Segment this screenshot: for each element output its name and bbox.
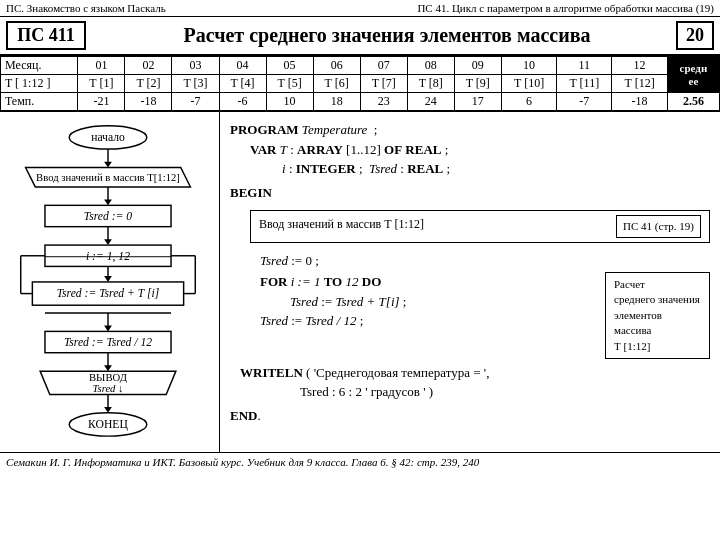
table-t11: T [11]: [557, 75, 612, 93]
table-val-7: 23: [360, 93, 407, 111]
svg-marker-36: [104, 407, 112, 413]
program-name: Temperature: [302, 120, 367, 140]
svg-marker-11: [104, 239, 112, 245]
comment3: элементов массива: [614, 309, 662, 336]
svg-text:начало: начало: [91, 131, 125, 144]
table-val-4: -6: [219, 93, 266, 111]
comment2: среднего значения: [614, 293, 700, 305]
table-val-9: 17: [454, 93, 501, 111]
t-var: T: [280, 140, 287, 160]
code-line-vars2: i : INTEGER ; Tsred : REAL ;: [230, 159, 710, 179]
table-t5: T [5]: [266, 75, 313, 93]
array-keyword: ARRAY: [297, 140, 343, 160]
var-keyword: VAR: [250, 140, 277, 160]
code-line-writeln2: Tsred : 6 : 2 ' градусов ' ): [230, 382, 710, 402]
table-val-3: -7: [172, 93, 219, 111]
svg-text:Tsred := 0: Tsred := 0: [84, 210, 133, 223]
code-line-program: PROGRAM Temperature ;: [230, 120, 710, 140]
do-keyword: DO: [362, 272, 382, 292]
right-panel: PROGRAM Temperature ; VAR T : ARRAY [1..…: [220, 112, 720, 452]
table-val-1: -21: [78, 93, 125, 111]
top-bar-left: ПС. Знакомство с языком Паскаль: [6, 2, 166, 14]
svg-text:Tsred ↓: Tsred ↓: [93, 383, 124, 394]
table-col-04: 04: [219, 57, 266, 75]
writeln-arg2: Tsred : 6 : 2 ' градусов ' ): [300, 382, 433, 402]
ps-ref: ПС 41 (стр. 19): [616, 215, 701, 238]
svg-marker-31: [104, 365, 112, 371]
page-title: Расчет среднего значения элементов масси…: [98, 24, 676, 47]
top-bar: ПС. Знакомство с языком Паскаль ПС 41. Ц…: [0, 0, 720, 17]
main-content: начало Ввод значений в массив T[1:12] Ts…: [0, 111, 720, 452]
table-array-label: T [ 1:12 ]: [1, 75, 78, 93]
footer: Семакин И. Г. Информатика и ИКТ. Базовый…: [0, 452, 720, 471]
table-val-8: 24: [407, 93, 454, 111]
begin-keyword: BEGIN: [230, 183, 272, 203]
table-t3: T [3]: [172, 75, 219, 93]
table-col-11: 11: [557, 57, 612, 75]
tsred-init: Tsred: [260, 251, 288, 271]
of-keyword: OF: [384, 140, 402, 160]
divide-expr: Tsred / 12: [305, 311, 356, 331]
table-t9: T [9]: [454, 75, 501, 93]
svg-marker-3: [104, 162, 112, 168]
code-line-end: END .: [230, 406, 710, 426]
table-month-header: Месяц.: [1, 57, 78, 75]
svg-marker-7: [104, 200, 112, 206]
table-avg-header: среднее: [667, 57, 719, 93]
table-col-08: 08: [407, 57, 454, 75]
code-line-var: VAR T : ARRAY [1..12] OF REAL ;: [230, 140, 710, 160]
table-col-10: 10: [501, 57, 557, 75]
code-block: PROGRAM Temperature ; VAR T : ARRAY [1..…: [230, 120, 710, 425]
table-t8: T [8]: [407, 75, 454, 93]
svg-text:Tsred := Tsred / 12: Tsred := Tsred / 12: [64, 336, 152, 349]
i-var: i: [282, 159, 286, 179]
svg-text:i := 1, 12: i := 1, 12: [86, 250, 130, 263]
top-bar-right: ПС 41. Цикл с параметром в алгоритме обр…: [417, 2, 714, 14]
for-keyword: FOR: [260, 272, 287, 292]
svg-text:Tsred := Tsred + T [i]: Tsred := Tsred + T [i]: [57, 287, 160, 300]
table-avg-val: 2.56: [667, 93, 719, 111]
writeln-arg1: ( 'Среднегодовая температура = ',: [306, 363, 489, 383]
table-col-09: 09: [454, 57, 501, 75]
divide-tsred: Tsred: [260, 311, 288, 331]
table-val-5: 10: [266, 93, 313, 111]
table-col-02: 02: [125, 57, 172, 75]
table-t7: T [7]: [360, 75, 407, 93]
comment1: Расчет: [614, 278, 645, 290]
left-panel: начало Ввод значений в массив T[1:12] Ts…: [0, 112, 220, 452]
ps-label: ПС 411: [6, 21, 86, 50]
table-col-06: 06: [313, 57, 360, 75]
table-t4: T [4]: [219, 75, 266, 93]
svg-marker-17: [104, 276, 112, 282]
footer-text: Семакин И. Г. Информатика и ИКТ. Базовый…: [6, 456, 479, 468]
svg-text:КОНЕЦ: КОНЕЦ: [88, 418, 128, 431]
table-t2: T [2]: [125, 75, 172, 93]
table-col-01: 01: [78, 57, 125, 75]
table-col-03: 03: [172, 57, 219, 75]
table-val-6: 18: [313, 93, 360, 111]
table-val-11: -7: [557, 93, 612, 111]
comment4: Т [1:12]: [614, 340, 650, 352]
for-assign: :=: [298, 272, 311, 292]
end-dot: .: [257, 406, 260, 426]
table-col-05: 05: [266, 57, 313, 75]
input-label: Ввод значений в массив Т [1:12]: [259, 215, 424, 233]
for-twelve: 12: [346, 272, 359, 292]
comment-box: Расчет среднего значения элементов масси…: [605, 272, 710, 359]
to-keyword: TO: [324, 272, 343, 292]
table-val-10: 6: [501, 93, 557, 111]
flowchart-svg: начало Ввод значений в массив T[1:12] Ts…: [8, 120, 208, 440]
page-number: 20: [676, 21, 714, 50]
for-code: FOR i := 1 TO 12 DO Tsred := Tsred + T[i…: [230, 272, 599, 331]
table-val-2: -18: [125, 93, 172, 111]
table-t12: T [12]: [612, 75, 668, 93]
writeln-keyword: WRITELN: [240, 363, 303, 383]
for-i: i: [291, 272, 295, 292]
tsred-var1: Tsred: [369, 159, 397, 179]
table-t6: T [6]: [313, 75, 360, 93]
table-col-12: 12: [612, 57, 668, 75]
svg-text:ВЫВОД: ВЫВОД: [89, 372, 128, 383]
code-line-for: FOR i := 1 TO 12 DO: [230, 272, 599, 292]
table-col-07: 07: [360, 57, 407, 75]
code-line-divide: Tsred := Tsred / 12 ;: [230, 311, 599, 331]
